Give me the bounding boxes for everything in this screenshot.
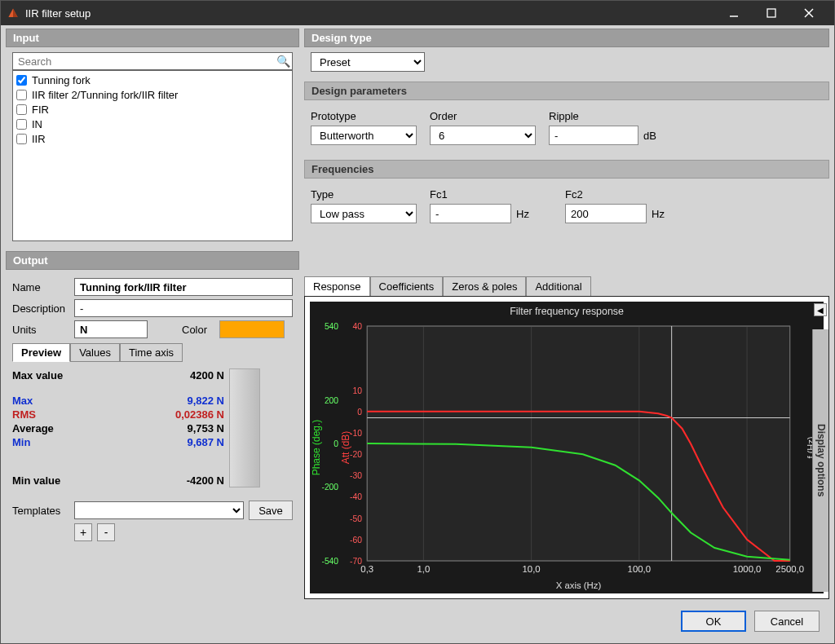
color-label: Color <box>182 324 214 336</box>
list-item-checkbox[interactable] <box>16 119 27 130</box>
svg-text:X axis (Hz): X axis (Hz) <box>556 580 602 590</box>
svg-marker-1 <box>13 8 18 17</box>
svg-rect-3 <box>767 9 775 17</box>
list-item-label: IIR <box>32 133 46 145</box>
svg-text:0,3: 0,3 <box>360 564 373 574</box>
list-item-label: Tunning fork <box>32 74 91 86</box>
input-list[interactable]: Tunning forkIIR filter 2/Tunning fork/II… <box>12 70 293 241</box>
input-panel: Input 🔍 Tunning forkIIR filter 2/Tunning… <box>6 29 299 246</box>
name-input[interactable] <box>74 278 293 296</box>
svg-text:0: 0 <box>334 439 338 448</box>
ok-button[interactable]: OK <box>681 611 746 632</box>
titlebar: IIR filter setup <box>1 1 834 25</box>
fc2-input[interactable] <box>565 204 647 223</box>
svg-text:-30: -30 <box>350 471 362 480</box>
ripple-input[interactable] <box>549 126 638 145</box>
list-item-checkbox[interactable] <box>16 75 27 86</box>
tab-values[interactable]: Values <box>70 343 120 362</box>
list-item-checkbox[interactable] <box>16 104 27 115</box>
minimize-button[interactable] <box>715 1 753 25</box>
tab-response[interactable]: Response <box>304 276 370 296</box>
stats-block: Max value4200 N Max9,822 N RMS0,02386 N … <box>12 368 293 487</box>
input-panel-header: Input <box>6 29 299 47</box>
color-swatch[interactable] <box>219 320 285 338</box>
svg-text:2500,0: 2500,0 <box>775 564 804 574</box>
svg-text:-20: -20 <box>350 450 362 459</box>
tab-time-axis[interactable]: Time axis <box>120 343 183 362</box>
maximize-button[interactable] <box>753 1 790 25</box>
templates-select[interactable] <box>74 501 244 519</box>
list-item-checkbox[interactable] <box>16 90 27 100</box>
svg-text:-200: -200 <box>321 483 338 492</box>
order-select[interactable]: 6 <box>430 126 536 145</box>
list-item[interactable]: IIR filter 2/Tunning fork/IIR filter <box>16 87 289 102</box>
search-input[interactable] <box>13 55 274 68</box>
svg-text:-50: -50 <box>350 514 362 523</box>
svg-text:-10: -10 <box>350 429 362 438</box>
display-options-tab[interactable]: Display options <box>812 329 828 592</box>
units-label: Units <box>12 324 69 336</box>
fc1-input[interactable] <box>430 204 511 223</box>
prototype-select[interactable]: Butterworth <box>311 126 417 145</box>
svg-text:10,0: 10,0 <box>523 564 541 574</box>
svg-text:0: 0 <box>357 408 362 417</box>
svg-text:1,0: 1,0 <box>417 564 430 574</box>
list-item-label: IN <box>32 118 42 130</box>
svg-text:Filter frequency response: Filter frequency response <box>510 306 624 317</box>
desc-label: Description <box>12 302 69 315</box>
svg-text:Phase (deg.): Phase (deg.) <box>311 420 322 476</box>
window-title: IIR filter setup <box>25 7 91 20</box>
svg-text:100,0: 100,0 <box>628 564 651 574</box>
list-item[interactable]: FIR <box>16 102 289 117</box>
name-label: Name <box>12 281 69 293</box>
app-logo-icon <box>7 7 19 19</box>
level-bar <box>229 368 260 487</box>
svg-text:-60: -60 <box>350 536 362 545</box>
svg-text:-40: -40 <box>350 493 362 502</box>
desc-input[interactable] <box>74 299 293 317</box>
cancel-button[interactable]: Cancel <box>754 611 820 632</box>
search-box: 🔍 <box>12 52 293 70</box>
list-item-label: IIR filter 2/Tunning fork/IIR filter <box>32 89 178 101</box>
list-item[interactable]: IIR <box>16 131 289 146</box>
plot-panel: Response Coefficients Zeros & poles Addi… <box>304 276 829 599</box>
svg-text:200: 200 <box>325 396 339 405</box>
list-item-checkbox[interactable] <box>16 134 27 144</box>
units-input[interactable] <box>74 320 148 338</box>
options-expand-icon[interactable]: ◀ <box>814 303 827 316</box>
output-panel-header: Output <box>6 251 299 270</box>
tab-preview[interactable]: Preview <box>12 343 70 362</box>
search-icon[interactable]: 🔍 <box>274 55 292 68</box>
list-item-label: FIR <box>32 104 49 116</box>
filter-type-select[interactable]: Low pass <box>311 204 417 223</box>
frequencies-panel: Frequencies Type Low pass Fc1 Hz <box>304 160 829 233</box>
add-template-button[interactable]: + <box>74 523 92 541</box>
list-item[interactable]: Tunning fork <box>16 73 289 87</box>
svg-text:40: 40 <box>353 322 363 331</box>
tab-zeros-poles[interactable]: Zeros & poles <box>443 276 526 296</box>
svg-text:-70: -70 <box>350 557 362 566</box>
tab-coefficients[interactable]: Coefficients <box>370 276 444 296</box>
remove-template-button[interactable]: - <box>97 523 115 541</box>
templates-label: Templates <box>12 505 69 517</box>
design-type-panel: Design type Preset <box>304 29 829 77</box>
output-panel: Output Name Description Units Color <box>6 251 299 640</box>
close-button[interactable] <box>790 1 828 25</box>
list-item[interactable]: IN <box>16 117 289 131</box>
design-params-panel: Design parameters Prototype Butterworth … <box>304 82 829 155</box>
svg-text:10: 10 <box>353 386 363 395</box>
design-type-select[interactable]: Preset <box>311 52 425 72</box>
svg-text:Att (dB): Att (dB) <box>339 431 351 465</box>
tab-additional[interactable]: Additional <box>526 276 590 296</box>
svg-text:1000,0: 1000,0 <box>733 564 762 574</box>
app-window: IIR filter setup Input 🔍 Tunning forkIIR… <box>0 0 835 644</box>
save-template-button[interactable]: Save <box>249 501 293 520</box>
svg-text:-540: -540 <box>321 557 338 566</box>
svg-text:540: 540 <box>325 322 339 331</box>
frequency-response-plot[interactable]: Filter frequency response0,31,010,0100,0… <box>310 302 824 593</box>
